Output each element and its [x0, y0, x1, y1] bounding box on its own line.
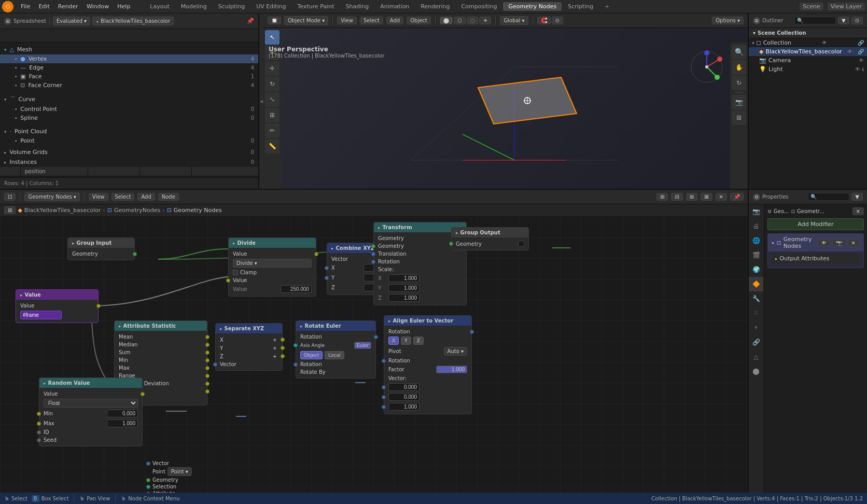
props-tab-scene[interactable]: 🎬 — [749, 248, 763, 262]
point-item[interactable]: • Point 0 — [0, 136, 258, 145]
outliner-filter[interactable]: ▼ — [838, 17, 849, 24]
ne-close[interactable]: ✕ — [716, 193, 727, 201]
align-vector-x[interactable] — [384, 382, 471, 392]
transform-global[interactable]: Global ▾ — [500, 16, 528, 25]
props-tab-modifier[interactable]: 🔧 — [749, 291, 763, 306]
node-group-input[interactable]: ▸ Group Input Geometry — [67, 237, 135, 260]
tool-rotate[interactable]: ↻ — [265, 77, 279, 91]
gn-render[interactable]: 📷 — [832, 239, 846, 247]
tool-scale[interactable]: ⤡ — [265, 92, 279, 107]
node-value[interactable]: ▸ Value Value — [16, 289, 99, 323]
rotate-object-local-row[interactable]: Object Local — [296, 350, 375, 360]
tab-sculpting[interactable]: Sculpting — [213, 2, 250, 11]
rotate-local-btn[interactable]: Local — [325, 351, 344, 359]
menu-render[interactable]: Render — [54, 2, 82, 11]
node-random-value[interactable]: ▸ Random Value Value Float Integer — [39, 377, 143, 446]
align-vector-z-input[interactable] — [388, 403, 419, 411]
props-tab-material[interactable]: ⬤ — [749, 364, 763, 379]
divide-clamp-row[interactable]: Clamp — [229, 269, 316, 276]
align-pivot-row[interactable]: Pivot Auto ▾ — [384, 346, 471, 357]
ne-view[interactable]: View — [89, 193, 108, 201]
face-item[interactable]: • ▣ Face 1 — [0, 72, 258, 81]
align-vector-z[interactable] — [384, 402, 471, 412]
outliner-sync[interactable]: ⊙ — [851, 17, 863, 24]
object-name-dropdown[interactable]: ⬥ BlackYellowTiles_basecolor — [92, 17, 174, 25]
editor-type-btn[interactable]: 🔲 — [268, 17, 281, 24]
mesh-header[interactable]: ▾ △ Mesh — [0, 45, 258, 54]
viewport-shading-render[interactable]: ☀ — [479, 17, 491, 24]
tab-layout[interactable]: Layout — [145, 2, 174, 11]
ne-slot2[interactable]: ⊟ — [671, 193, 682, 201]
transform-scale-z[interactable]: Z — [374, 293, 466, 303]
divide-clamp-cb[interactable] — [233, 270, 238, 275]
ne-slot4[interactable]: ⊠ — [701, 193, 712, 201]
menu-edit[interactable]: Edit — [34, 2, 53, 11]
ne-home[interactable]: ⊞ — [4, 206, 16, 214]
node-separate-xyz[interactable]: ▸ Separate XYZ X + Y + — [215, 323, 283, 371]
spline-item[interactable]: • Spline 0 — [0, 114, 258, 122]
align-vector-x-input[interactable] — [388, 383, 419, 391]
random-type-row[interactable]: Float Integer Vector Boolean — [39, 398, 142, 409]
rotate-view-tool[interactable]: ↻ — [732, 76, 746, 90]
ne-tree-dropdown[interactable]: Geometry Nodes ▾ — [24, 192, 79, 201]
gn-close[interactable]: ✕ — [848, 239, 859, 247]
tool-measure[interactable]: 📏 — [265, 139, 279, 153]
props-tab-output[interactable]: 🖨 — [749, 219, 763, 233]
light-item[interactable]: 💡 Light 👁 ℹ — [749, 65, 867, 74]
viewport-shading-wire[interactable]: ⬡ — [454, 17, 466, 24]
instances-item[interactable]: ▸ Instances 0 — [0, 157, 258, 167]
edge-item[interactable]: • — Edge 4 — [0, 63, 258, 72]
modifier-close[interactable]: ✕ — [852, 207, 864, 215]
random-max-row[interactable]: Max — [39, 418, 142, 428]
volume-grids-item[interactable]: ▸ Volume Grids 0 — [0, 147, 258, 157]
props-tab-physics[interactable]: ⚡ — [749, 320, 763, 335]
transform-scale-y[interactable]: Y — [374, 283, 466, 293]
view-btn[interactable]: View — [337, 17, 357, 24]
props-tab-particles[interactable]: ⁙ — [749, 306, 763, 320]
tab-scripting[interactable]: Scripting — [563, 2, 598, 11]
gn-vis[interactable]: 👁 — [818, 239, 830, 247]
divide-operation-dropdown[interactable]: Divide ▾ — [233, 259, 312, 268]
align-z-btn[interactable]: Z — [413, 337, 424, 345]
move-view-tool[interactable]: ✋ — [732, 60, 746, 75]
ne-add[interactable]: Add — [137, 193, 155, 201]
menu-help[interactable]: Help — [113, 2, 134, 11]
output-attributes-header[interactable]: ▸ Output Attributes — [772, 254, 859, 263]
rotate-object-btn[interactable]: Object — [300, 351, 323, 359]
point-dropdown[interactable]: Point ▾ — [167, 467, 192, 476]
props-tab-data[interactable]: △ — [749, 349, 763, 364]
ne-slot3[interactable]: ⊞ — [686, 193, 697, 201]
left-collapse[interactable]: ◀ — [259, 13, 263, 189]
tab-compositing[interactable]: Compositing — [456, 2, 502, 11]
random-max-input[interactable] — [107, 419, 138, 427]
node-canvas[interactable]: ▸ Group Input Geometry ▸ Value — [0, 217, 748, 493]
menu-window[interactable]: Window — [82, 2, 113, 11]
ne-slot1[interactable]: ⊞ — [656, 193, 668, 201]
divide-operation-row[interactable]: Divide ▾ — [229, 258, 316, 269]
props-tab-constraints[interactable]: 🔗 — [749, 335, 763, 349]
tool-move[interactable]: ✛ — [265, 61, 279, 76]
tab-rendering[interactable]: Rendering — [415, 2, 455, 11]
tab-uv-editing[interactable]: UV Editing — [251, 2, 291, 11]
props-filter[interactable]: ▼ — [851, 193, 863, 201]
tab-add[interactable]: + — [599, 2, 614, 11]
props-search[interactable] — [808, 193, 849, 201]
proportional-edit[interactable]: ⊙ — [552, 17, 563, 24]
camera-switch-tool[interactable]: ⊞ — [732, 110, 746, 125]
viewport-shading-solid[interactable]: ⬤ — [440, 17, 453, 24]
evaluated-dropdown[interactable]: Evaluated ▾ — [53, 17, 90, 25]
random-min-input[interactable] — [107, 410, 138, 417]
scene-selector[interactable]: Scene — [800, 3, 823, 10]
value-input-field[interactable] — [20, 311, 62, 319]
ne-node[interactable]: Node — [158, 193, 179, 201]
props-tab-view-layer[interactable]: 🌐 — [749, 233, 763, 248]
value-input-row[interactable] — [16, 310, 98, 320]
pin-button[interactable]: 📌 — [247, 18, 254, 24]
blackyellowtiles-item[interactable]: ◆ BlackYellowTiles_basecolor 👁 🔗 — [749, 47, 867, 56]
euler-btn[interactable]: Euler — [354, 342, 371, 349]
align-vector-y[interactable] — [384, 392, 471, 402]
snap-btn[interactable]: 🧲 — [537, 17, 551, 24]
align-x-btn[interactable]: X — [388, 337, 399, 345]
curve-header[interactable]: ▾ ⌒ Curve — [0, 94, 258, 105]
align-factor-input[interactable] — [436, 366, 467, 373]
